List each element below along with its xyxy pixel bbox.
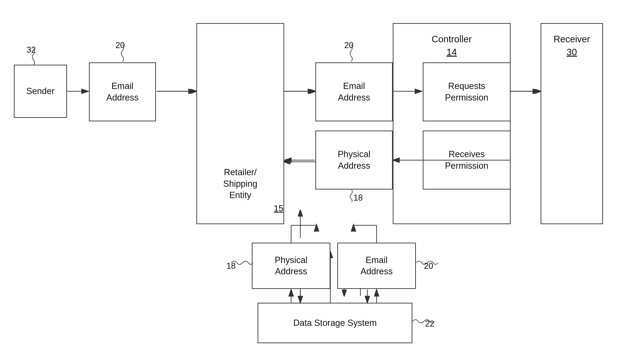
physical-address-2-label: PhysicalAddress (275, 254, 308, 277)
email-address-1-box: EmailAddress (89, 62, 156, 121)
email-address-3-squiggle (416, 258, 438, 268)
receiver-label: Receiver (554, 33, 590, 45)
receives-permission-box: ReceivesPermission (423, 130, 511, 190)
data-storage-squiggle (412, 316, 434, 326)
physical-address-1-box: PhysicalAddress (315, 130, 393, 190)
controller-box: Controller 14 (393, 23, 511, 224)
physical-address-2-squiggle (231, 258, 253, 268)
email-address-2-squiggle (344, 44, 358, 62)
requests-permission-box: RequestsPermission (423, 62, 511, 121)
receives-permission-label: ReceivesPermission (445, 149, 489, 171)
controller-ref: 14 (447, 46, 457, 58)
retailer-label: Retailer/ShippingEntity (197, 167, 283, 201)
sender-label: Sender (26, 86, 55, 97)
diagram: Sender 32 EmailAddress 20 Retailer/Shipp… (0, 0, 618, 364)
requests-permission-label: RequestsPermission (445, 80, 489, 103)
data-storage-box: Data Storage System (258, 303, 412, 343)
physical-address-1-squiggle (344, 189, 360, 202)
receiver-box: Receiver 30 (541, 23, 603, 224)
data-storage-label: Data Storage System (293, 317, 377, 329)
retailer-ref: 15 (274, 203, 283, 214)
retailer-box: Retailer/ShippingEntity 15 (196, 23, 284, 224)
email-address-2-box: EmailAddress (315, 62, 393, 121)
controller-label: Controller (432, 33, 472, 45)
sender-squiggle (26, 49, 40, 65)
email-address-1-label: EmailAddress (106, 80, 138, 103)
email-address-1-squiggle (116, 44, 129, 62)
physical-address-1-label: PhysicalAddress (338, 149, 371, 171)
email-address-3-box: EmailAddress (337, 243, 416, 289)
sender-box: Sender (14, 65, 67, 118)
physical-address-2-box: PhysicalAddress (252, 243, 330, 289)
receiver-ref: 30 (567, 46, 577, 58)
email-address-3-label: EmailAddress (360, 254, 393, 277)
email-address-2-label: EmailAddress (338, 80, 370, 103)
